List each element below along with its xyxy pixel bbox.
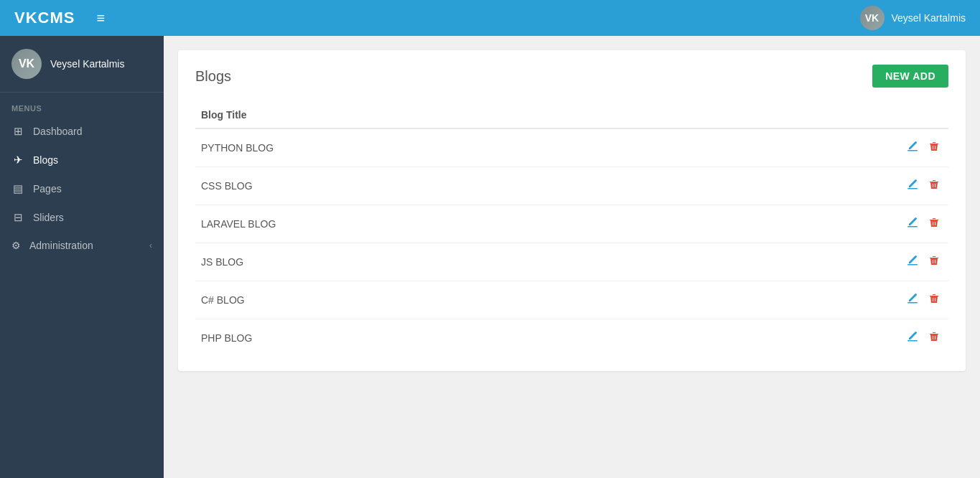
blog-title-cell: PHP BLOG [195, 319, 671, 357]
column-blog-title: Blog Title [195, 102, 671, 128]
action-cell [671, 205, 948, 243]
user-name-top: Veysel Kartalmis [892, 12, 966, 24]
edit-button[interactable] [904, 290, 921, 310]
svg-rect-1 [907, 188, 918, 189]
sidebar-item-label: Blogs [33, 154, 58, 166]
pages-icon: ▤ [11, 182, 24, 195]
sidebar-item-pages[interactable]: ▤ Pages [0, 174, 164, 203]
table-header: Blog Title [195, 102, 948, 128]
table-row: LARAVEL BLOG [195, 205, 948, 243]
sidebar: VK Veysel Kartalmis MENUS ⊞ Dashboard ✈ … [0, 36, 164, 478]
table-body: PYTHON BLOG CSS [195, 128, 948, 357]
card-header: Blogs NEW ADD [195, 65, 948, 88]
sidebar-user-name: Veysel Kartalmis [50, 58, 124, 70]
sidebar-item-label: Dashboard [33, 126, 83, 137]
sliders-icon: ⊟ [11, 211, 24, 224]
table-row: C# BLOG [195, 281, 948, 319]
edit-button[interactable] [904, 214, 921, 234]
sidebar-item-label: Pages [33, 183, 62, 195]
table-row: CSS BLOG [195, 167, 948, 205]
blog-title-cell: C# BLOG [195, 281, 671, 319]
blog-title-cell: JS BLOG [195, 243, 671, 281]
navbar-left: VKCMS ≡ [14, 9, 105, 27]
delete-button[interactable] [925, 328, 943, 348]
delete-button[interactable] [925, 214, 943, 234]
navbar-right: VK Veysel Kartalmis [860, 6, 966, 30]
blog-title-cell: LARAVEL BLOG [195, 205, 671, 243]
sidebar-item-dashboard[interactable]: ⊞ Dashboard [0, 117, 164, 146]
sidebar-user-section: VK Veysel Kartalmis [0, 36, 164, 93]
blog-title-cell: PYTHON BLOG [195, 128, 671, 167]
hamburger-icon[interactable]: ≡ [96, 10, 105, 27]
chevron-left-icon: ‹ [149, 240, 152, 250]
delete-button[interactable] [925, 176, 943, 196]
content-card: Blogs NEW ADD Blog Title PYTHON BLOG [178, 50, 966, 371]
sidebar-item-label: Sliders [33, 212, 64, 223]
sidebar-item-administration[interactable]: ⚙ Administration ‹ [0, 232, 164, 259]
blog-table: Blog Title PYTHON BLOG [195, 102, 948, 357]
menus-label: MENUS [0, 93, 164, 117]
layout: VK Veysel Kartalmis MENUS ⊞ Dashboard ✈ … [0, 36, 980, 478]
svg-rect-2 [907, 226, 918, 228]
svg-rect-5 [907, 340, 918, 342]
svg-rect-0 [907, 150, 918, 151]
action-cell [671, 128, 948, 167]
action-cell [671, 319, 948, 357]
brand-title: VKCMS [14, 9, 75, 27]
admin-label: Administration [29, 240, 93, 251]
top-navbar: VKCMS ≡ VK Veysel Kartalmis [0, 0, 980, 36]
delete-button[interactable] [925, 252, 943, 272]
svg-rect-4 [907, 302, 918, 304]
sidebar-item-blogs[interactable]: ✈ Blogs [0, 146, 164, 174]
blog-title-cell: CSS BLOG [195, 167, 671, 205]
column-actions [671, 102, 948, 128]
main-content: Blogs NEW ADD Blog Title PYTHON BLOG [164, 36, 980, 478]
action-cell [671, 243, 948, 281]
new-add-button[interactable]: NEW ADD [872, 65, 948, 88]
svg-rect-3 [907, 264, 918, 266]
delete-button[interactable] [925, 138, 943, 158]
edit-button[interactable] [904, 328, 921, 348]
table-row: PHP BLOG [195, 319, 948, 357]
edit-button[interactable] [904, 138, 921, 158]
delete-button[interactable] [925, 290, 943, 310]
blogs-icon: ✈ [11, 154, 24, 167]
dashboard-icon: ⊞ [11, 125, 24, 138]
action-cell [671, 167, 948, 205]
sidebar-item-sliders[interactable]: ⊟ Sliders [0, 203, 164, 232]
avatar-sidebar: VK [11, 49, 42, 79]
edit-button[interactable] [904, 252, 921, 272]
page-title: Blogs [195, 68, 231, 85]
avatar-top: VK [860, 6, 885, 30]
table-row: JS BLOG [195, 243, 948, 281]
action-cell [671, 281, 948, 319]
edit-button[interactable] [904, 176, 921, 196]
admin-left: ⚙ Administration [11, 240, 93, 251]
table-row: PYTHON BLOG [195, 128, 948, 167]
admin-icon: ⚙ [11, 240, 21, 251]
